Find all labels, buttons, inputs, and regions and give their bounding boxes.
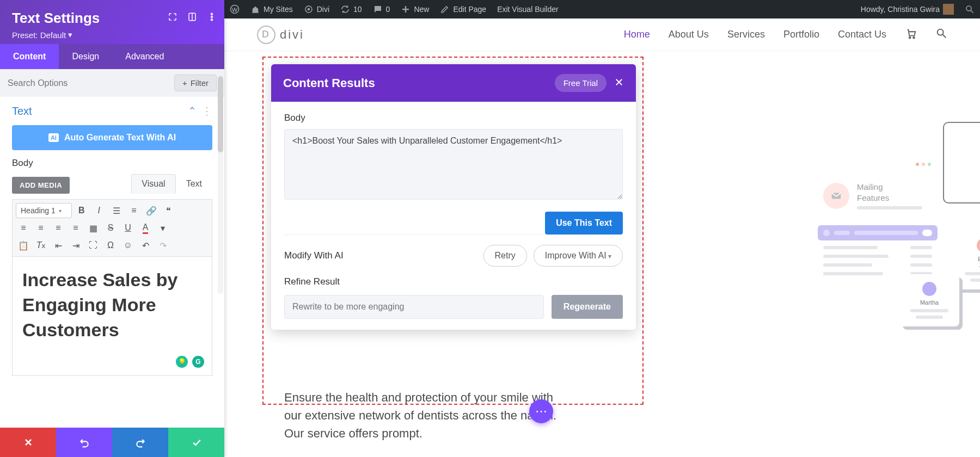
auto-generate-ai-button[interactable]: AI Auto Generate Text With AI [12,125,212,150]
responsive-icon[interactable] [187,12,197,24]
nav-search-icon[interactable] [935,27,947,42]
align-center-icon[interactable]: ≡ [33,220,48,236]
updates-count: 10 [353,5,362,14]
nav-portfolio[interactable]: Portfolio [783,29,819,40]
emoji-icon[interactable]: ☺ [120,238,136,253]
retry-button[interactable]: Retry [483,245,527,267]
new[interactable]: New [395,0,434,18]
undo-button[interactable] [56,428,112,457]
my-sites-label: My Sites [264,5,293,14]
search-input[interactable] [8,78,169,88]
svg-point-10 [909,37,911,39]
site-name-label: Divi [317,5,329,14]
use-this-text-button[interactable]: Use This Text [545,212,623,234]
filter-button[interactable]: + Filter [174,75,217,91]
strike-icon[interactable]: S [103,220,118,236]
underline-icon[interactable]: U [120,220,136,236]
site-logo[interactable]: D divi [257,26,304,44]
tab-design[interactable]: Design [59,44,112,69]
grammarly-idea-icon[interactable]: 💡 [176,356,188,368]
clear-format-icon[interactable]: Tx [33,238,48,253]
free-trial-button[interactable]: Free Trial [555,74,607,92]
svg-point-11 [913,37,915,39]
ai-chip-icon: AI [48,133,59,142]
undo-icon[interactable]: ↶ [138,238,153,253]
textcolor-dd-icon[interactable]: ▾ [155,220,170,236]
refine-input[interactable] [284,295,544,319]
close-button[interactable] [0,428,56,457]
ai-button-label: Auto Generate Text With AI [64,133,176,143]
paste-icon[interactable]: 📋 [16,238,31,253]
page-canvas: D divi Home About Us Services Portfolio … [224,18,980,457]
exit-builder[interactable]: Exit Visual Builder [492,0,564,18]
content-results-modal: Content Results Free Trial Body Use This… [271,64,636,330]
card1-name: Edw ard [978,256,980,269]
tab-advanced[interactable]: Advanced [112,44,177,69]
quote-icon[interactable]: ❝ [161,203,176,218]
fullscreen-icon[interactable]: ⛶ [85,238,101,253]
bold-icon[interactable]: B [74,203,89,218]
redo-button[interactable] [112,428,168,457]
result-body-textarea[interactable] [284,129,623,200]
edit-page[interactable]: Edit Page [434,0,492,18]
editor-text: Increase Sales by Engaging More Customer… [22,269,177,340]
heading-select-label: Heading 1 [21,206,56,215]
number-list-icon[interactable]: ≡ [126,203,142,218]
section-text-header[interactable]: Text ⋮ [12,104,212,118]
comments[interactable]: 0 [367,0,396,18]
cart-icon[interactable] [905,27,917,42]
person-icon [977,238,980,252]
my-sites[interactable]: My Sites [245,0,298,18]
link-icon[interactable]: 🔗 [144,203,159,218]
preset-selector[interactable]: Preset: Default ▾ [12,30,212,40]
save-button[interactable] [168,428,224,457]
mail-icon [823,183,849,209]
site-name[interactable]: Divi [298,0,335,18]
nav-contact[interactable]: Contact Us [838,29,886,40]
redo-icon[interactable]: ↷ [155,238,170,253]
editor-tab-text[interactable]: Text [176,174,212,194]
textcolor-icon[interactable]: A [138,220,153,236]
panel-footer [0,428,224,457]
nav-home[interactable]: Home [624,29,650,40]
svg-point-8 [966,6,971,11]
modal-header: Content Results Free Trial [271,64,636,102]
mail-txt2: Features [857,193,889,202]
updates[interactable]: 10 [335,0,367,18]
panel-scrollbar[interactable] [218,76,223,294]
add-media-button[interactable]: ADD MEDIA [12,177,70,194]
heading-select[interactable]: Heading 1 [16,203,72,218]
grammarly-icon[interactable]: G [192,356,204,368]
nav-services[interactable]: Services [727,29,765,40]
body-editor[interactable]: Increase Sales by Engaging More Customer… [12,256,212,376]
wp-search-icon[interactable] [959,0,980,18]
tab-content[interactable]: Content [0,44,59,69]
wp-logo-icon[interactable] [224,0,245,18]
close-icon[interactable] [614,77,624,89]
chevron-down-icon: ▾ [68,30,72,40]
focus-icon[interactable] [168,12,177,24]
outdent-icon[interactable]: ⇤ [51,238,66,253]
svg-point-3 [211,16,213,18]
section-more-icon[interactable]: ⋮ [201,104,212,118]
rich-text-toolbar: Heading 1 B I ☰ ≡ 🔗 ❝ ≡ ≡ ≡ ≡ ▦ S U A ▾ … [12,199,212,256]
panel-body: Text ⋮ AI Auto Generate Text With AI Bod… [0,97,224,428]
nav-about[interactable]: About Us [669,29,709,40]
improve-ai-button[interactable]: Improve With AI [534,245,623,267]
more-icon[interactable] [207,12,217,24]
regenerate-button[interactable]: Regenerate [552,295,623,319]
modal-body: Body Use This Text Modify With AI Retry … [271,102,636,330]
align-justify-icon[interactable]: ≡ [68,220,83,236]
italic-icon[interactable]: I [91,203,107,218]
editor-tab-visual[interactable]: Visual [131,174,175,194]
bullet-list-icon[interactable]: ☰ [109,203,124,218]
align-right-icon[interactable]: ≡ [51,220,66,236]
table-icon[interactable]: ▦ [85,220,101,236]
special-char-icon[interactable]: Ω [103,238,118,253]
indent-icon[interactable]: ⇥ [68,238,83,253]
align-left-icon[interactable]: ≡ [16,220,31,236]
mail-txt1: Mailing [857,182,883,192]
card2-name: Martha [920,299,939,306]
howdy-user[interactable]: Howdy, Christina Gwira [855,0,959,18]
builder-fab[interactable]: ⋯ [529,399,553,423]
